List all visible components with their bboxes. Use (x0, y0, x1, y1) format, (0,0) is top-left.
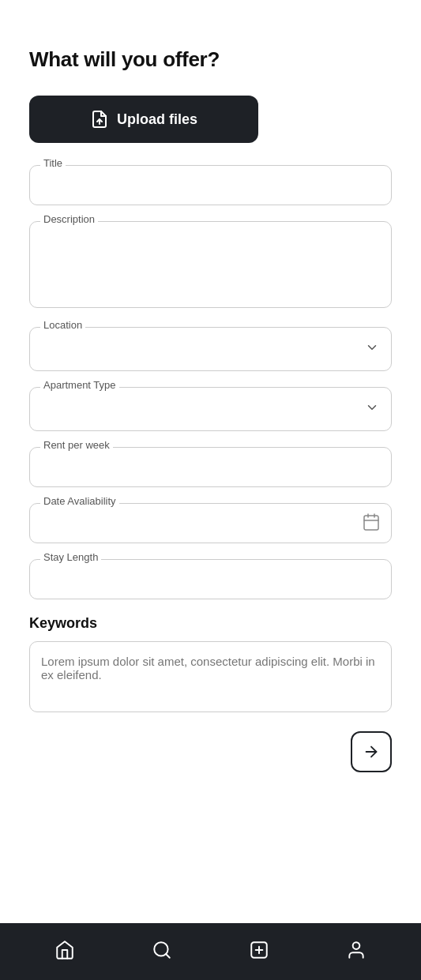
location-select[interactable] (29, 327, 392, 371)
keywords-textarea[interactable] (29, 641, 392, 712)
apartment-type-select-wrapper (29, 387, 392, 431)
apartment-type-field-group: Apartment Type (29, 387, 392, 431)
keywords-section: Keywords (29, 615, 392, 715)
description-input[interactable] (29, 221, 392, 308)
arrow-right-icon (363, 743, 380, 760)
date-input[interactable] (29, 503, 392, 543)
profile-icon (346, 940, 366, 963)
svg-line-7 (166, 954, 170, 958)
description-label: Description (40, 213, 98, 225)
stay-length-field-group: Stay Length (29, 559, 392, 599)
search-icon (152, 940, 172, 963)
title-field-group: Title (29, 165, 392, 205)
page-title: What will you offer? (29, 47, 392, 72)
location-label: Location (40, 319, 85, 331)
rent-input[interactable] (29, 447, 392, 487)
date-field-group: Date Avaliability (29, 503, 392, 543)
upload-button-label: Upload files (117, 111, 197, 128)
title-input[interactable] (29, 165, 392, 205)
stay-length-input[interactable] (29, 559, 392, 599)
date-input-wrapper (29, 503, 392, 543)
bottom-nav (0, 923, 421, 980)
submit-row (29, 731, 392, 772)
rent-label: Rent per week (40, 439, 113, 451)
home-icon (55, 940, 75, 963)
nav-home[interactable] (45, 932, 85, 971)
rent-field-group: Rent per week (29, 447, 392, 487)
upload-files-button[interactable]: Upload files (29, 96, 258, 143)
add-icon (249, 940, 269, 963)
date-label: Date Avaliability (40, 495, 119, 507)
nav-add[interactable] (239, 932, 279, 971)
svg-point-11 (353, 942, 360, 949)
location-field-group: Location (29, 327, 392, 371)
keywords-label: Keywords (29, 615, 392, 632)
description-field-group: Description (29, 221, 392, 311)
nav-profile[interactable] (336, 932, 376, 971)
title-label: Title (40, 157, 66, 169)
submit-button[interactable] (351, 731, 392, 772)
apartment-type-label: Apartment Type (40, 379, 119, 391)
apartment-type-select[interactable] (29, 387, 392, 431)
nav-search[interactable] (142, 932, 182, 971)
stay-length-label: Stay Length (40, 551, 101, 563)
location-select-wrapper (29, 327, 392, 371)
upload-icon (90, 110, 109, 129)
